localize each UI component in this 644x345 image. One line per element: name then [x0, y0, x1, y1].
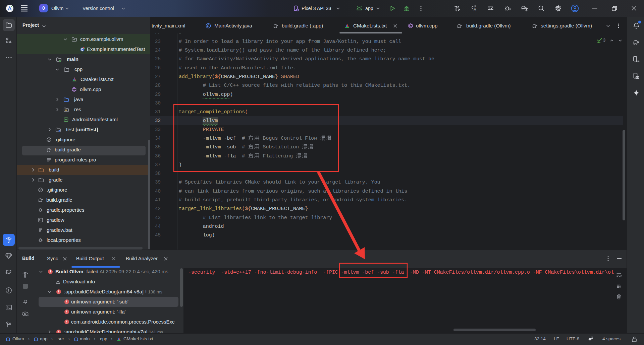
svg-text:A: A: [474, 7, 476, 12]
